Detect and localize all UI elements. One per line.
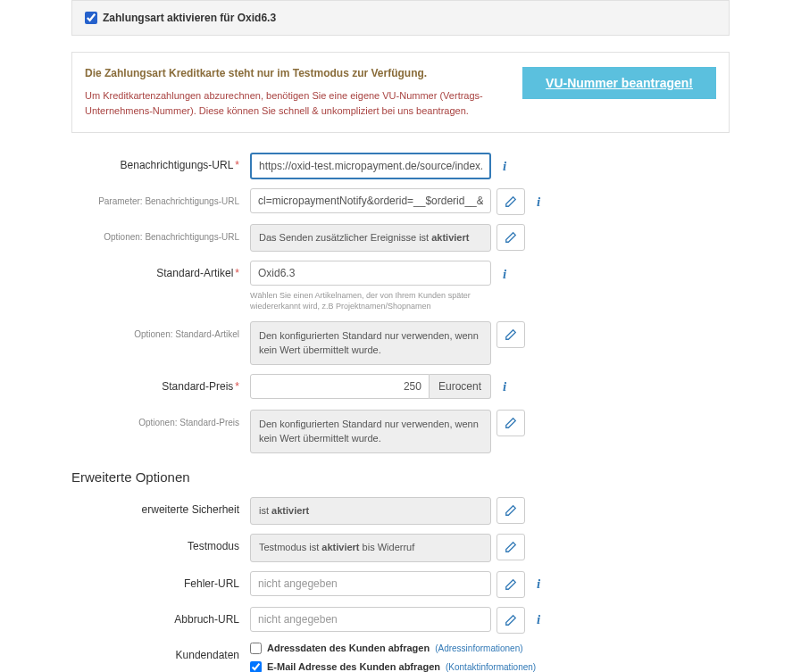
row-customer-data: Kundendaten Adressdaten des Kunden abfra… (71, 643, 730, 672)
testmode-value: Testmodus ist aktiviert bis Widerruf (250, 534, 491, 561)
edit-button[interactable] (496, 571, 525, 598)
advanced-security-value: ist aktiviert (250, 497, 491, 525)
activation-checkbox[interactable] (85, 12, 97, 24)
label-standard-article: Standard-Artikel* (71, 261, 250, 279)
standard-article-help: Wählen Sie einen Artikelnamen, der von I… (250, 291, 491, 311)
info-description: Um Kreditkartenzahlungen abzurechnen, be… (85, 88, 508, 118)
row-standard-article: Standard-Artikel* i Wählen Sie einen Art… (71, 261, 730, 311)
pencil-icon (505, 417, 517, 429)
info-icon[interactable]: i (496, 261, 513, 287)
edit-button[interactable] (496, 410, 525, 436)
edit-button[interactable] (496, 607, 525, 634)
info-icon[interactable]: i (530, 607, 547, 634)
pencil-icon (505, 614, 517, 626)
pencil-icon (505, 541, 517, 553)
row-cancel-url: Abbruch-URL i (71, 607, 730, 634)
info-icon[interactable]: i (530, 571, 547, 598)
error-url-input[interactable] (250, 571, 491, 596)
address-checkbox-row: Adressdaten des Kunden abfragen (Adressi… (250, 643, 536, 654)
row-standard-price-options: Optionen: Standard-Preis Den konfigurier… (71, 410, 730, 453)
activation-checkbox-label[interactable]: Zahlungsart aktivieren für Oxid6.3 (85, 12, 716, 24)
label-testmode: Testmodus (71, 534, 250, 552)
address-info-link[interactable]: (Adressinformationen) (435, 643, 522, 653)
standard-article-input[interactable] (250, 261, 491, 286)
info-icon[interactable]: i (496, 374, 513, 401)
label-notify-options: Optionen: Benachrichtigungs-URL (71, 224, 250, 242)
pencil-icon (505, 328, 517, 341)
pencil-icon (505, 504, 517, 517)
pencil-icon (505, 578, 517, 591)
row-error-url: Fehler-URL i (71, 571, 730, 598)
info-title: Die Zahlungsart Kreditkarte steht nur im… (85, 67, 508, 79)
edit-button[interactable] (496, 321, 525, 348)
notify-options-value: Das Senden zusätzlicher Ereignisse ist a… (250, 224, 491, 252)
email-checkbox[interactable] (250, 661, 262, 672)
label-cancel-url: Abbruch-URL (71, 607, 250, 626)
label-standard-price: Standard-Preis* (71, 374, 250, 393)
standard-price-options-value: Den konfigurierten Standard nur verwende… (250, 410, 491, 453)
notify-params-input[interactable] (250, 188, 491, 213)
label-notify-params: Parameter: Benachrichtigungs-URL (71, 188, 250, 206)
info-icon[interactable]: i (530, 188, 547, 215)
standard-price-input[interactable] (250, 374, 430, 399)
email-checkbox-label: E-Mail Adresse des Kunden abfragen (267, 661, 440, 672)
row-notify-options: Optionen: Benachrichtigungs-URL Das Send… (71, 224, 730, 252)
required-marker: * (235, 380, 239, 393)
edit-button[interactable] (496, 534, 525, 560)
label-notify-url: Benachrichtigungs-URL* (71, 153, 250, 171)
activation-box: Zahlungsart aktivieren für Oxid6.3 (71, 0, 730, 36)
email-info-link[interactable]: (Kontaktinformationen) (446, 662, 536, 672)
row-standard-price: Standard-Preis* Eurocent i (71, 374, 730, 401)
standard-article-options-value: Den konfigurierten Standard nur verwende… (250, 321, 491, 365)
row-notify-params: Parameter: Benachrichtigungs-URL i (71, 188, 730, 215)
info-text-wrap: Die Zahlungsart Kreditkarte steht nur im… (85, 67, 508, 118)
label-customer-data: Kundendaten (71, 643, 250, 661)
info-icon[interactable]: i (496, 153, 513, 179)
label-error-url: Fehler-URL (71, 571, 250, 590)
notify-url-input[interactable] (250, 153, 491, 179)
address-checkbox[interactable] (250, 643, 262, 654)
pencil-icon (505, 231, 517, 244)
price-unit: Eurocent (430, 374, 491, 399)
label-standard-article-options: Optionen: Standard-Artikel (71, 321, 250, 339)
advanced-options-title: Erweiterte Optionen (71, 469, 730, 485)
vu-number-request-button[interactable]: VU-Nummer beantragen! (522, 67, 716, 99)
info-box: Die Zahlungsart Kreditkarte steht nur im… (71, 52, 730, 133)
label-standard-price-options: Optionen: Standard-Preis (71, 410, 250, 427)
label-advanced-security: erweiterte Sicherheit (71, 497, 250, 516)
cancel-url-input[interactable] (250, 607, 491, 632)
pencil-icon (505, 195, 517, 208)
row-notify-url: Benachrichtigungs-URL* i (71, 153, 730, 179)
edit-button[interactable] (496, 224, 525, 251)
required-marker: * (235, 159, 239, 171)
row-standard-article-options: Optionen: Standard-Artikel Den konfiguri… (71, 321, 730, 365)
email-checkbox-row: E-Mail Adresse des Kunden abfragen (Kont… (250, 661, 536, 672)
activation-label-text: Zahlungsart aktivieren für Oxid6.3 (103, 12, 276, 24)
required-marker: * (235, 267, 239, 279)
row-testmode: Testmodus Testmodus ist aktiviert bis Wi… (71, 534, 730, 561)
edit-button[interactable] (496, 188, 525, 215)
address-checkbox-label: Adressdaten des Kunden abfragen (267, 643, 430, 653)
edit-button[interactable] (496, 497, 525, 524)
row-advanced-security: erweiterte Sicherheit ist aktiviert (71, 497, 730, 525)
